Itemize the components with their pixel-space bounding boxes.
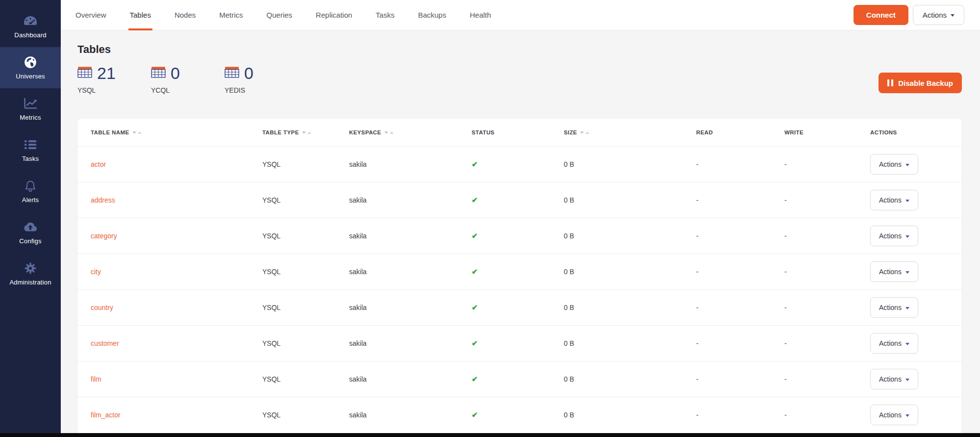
- row-actions-button[interactable]: Actions: [870, 190, 918, 210]
- table-icon: [225, 66, 239, 80]
- write-cell: -: [784, 411, 870, 419]
- keyspace-cell: sakila: [349, 160, 472, 168]
- status-ok-icon: ✔: [472, 339, 478, 347]
- tab-metrics[interactable]: Metrics: [219, 0, 243, 30]
- sidebar-item-configs[interactable]: Configs: [0, 212, 61, 253]
- table-body: actor YSQL sakila ✔ 0 B - - Actions addr…: [77, 146, 962, 433]
- row-actions-button[interactable]: Actions: [870, 261, 918, 282]
- table-type-cell: YSQL: [262, 196, 349, 204]
- read-cell: -: [696, 411, 784, 419]
- table-name-link[interactable]: category: [91, 232, 117, 240]
- table-row: actor YSQL sakila ✔ 0 B - - Actions: [77, 146, 962, 182]
- disable-backup-button[interactable]: Disable Backup: [879, 73, 962, 93]
- read-cell: -: [696, 196, 784, 204]
- column-header-table-type[interactable]: TABLE TYPE: [262, 129, 349, 135]
- row-actions-button[interactable]: Actions: [870, 405, 918, 425]
- table-row: film YSQL sakila ✔ 0 B - - Actions: [77, 361, 962, 397]
- universe-topbar: Overview Tables Nodes Metrics Queries Re…: [61, 0, 980, 30]
- sidebar-item-tasks[interactable]: Tasks: [0, 129, 61, 171]
- tab-tasks[interactable]: Tasks: [376, 0, 394, 30]
- tab-health[interactable]: Health: [470, 0, 491, 30]
- keyspace-cell: sakila: [349, 411, 472, 419]
- chevron-down-icon: [905, 414, 909, 417]
- sidebar-item-universes[interactable]: Universes: [0, 47, 61, 88]
- keyspace-cell: sakila: [349, 196, 472, 204]
- tab-queries[interactable]: Queries: [267, 0, 293, 30]
- sidebar: Dashboard Universes Metri: [0, 0, 61, 437]
- chevron-down-icon: [905, 343, 909, 345]
- read-cell: -: [696, 160, 784, 168]
- stat-value: 0: [244, 65, 253, 81]
- stat-ysql: 21 YSQL: [77, 64, 151, 94]
- tab-tables[interactable]: Tables: [130, 0, 151, 30]
- sidebar-item-dashboard[interactable]: Dashboard: [0, 6, 61, 47]
- table-name-link[interactable]: actor: [91, 160, 106, 168]
- chevron-down-icon: [905, 271, 909, 274]
- tab-backups[interactable]: Backups: [418, 0, 447, 30]
- stat-ycql: 0 YCQL: [151, 64, 225, 94]
- table-name-link[interactable]: film: [91, 375, 101, 383]
- tables-page: Tables 21 YSQL: [61, 30, 980, 437]
- table-row: city YSQL sakila ✔ 0 B - - Actions: [77, 254, 962, 289]
- sort-icons: [384, 131, 394, 134]
- sidebar-item-administration[interactable]: Administration: [0, 253, 61, 294]
- read-cell: -: [696, 268, 784, 276]
- column-header-table-name[interactable]: TABLE NAME: [77, 129, 262, 135]
- pause-icon: [887, 79, 893, 86]
- table-name-link[interactable]: customer: [91, 339, 119, 347]
- status-ok-icon: ✔: [472, 196, 478, 204]
- table-name-link[interactable]: city: [91, 268, 101, 276]
- write-cell: -: [784, 339, 870, 347]
- table-row: film_actor YSQL sakila ✔ 0 B - - Actions: [77, 397, 962, 433]
- screen-bottom-edge: [0, 433, 980, 437]
- row-actions-button[interactable]: Actions: [870, 369, 918, 389]
- table-type-cell: YSQL: [262, 304, 349, 311]
- sidebar-item-metrics[interactable]: Metrics: [0, 88, 61, 129]
- sidebar-item-label: Configs: [19, 237, 41, 245]
- tab-replication[interactable]: Replication: [316, 0, 352, 30]
- stat-value: 0: [171, 65, 180, 81]
- row-actions-button[interactable]: Actions: [870, 297, 918, 318]
- size-cell: 0 B: [564, 339, 696, 347]
- chevron-down-icon: [951, 14, 955, 17]
- column-header-size[interactable]: SIZE: [564, 129, 696, 135]
- tab-overview[interactable]: Overview: [75, 0, 106, 30]
- tab-nodes[interactable]: Nodes: [175, 0, 196, 30]
- write-cell: -: [784, 160, 870, 168]
- write-cell: -: [784, 304, 870, 311]
- row-actions-button[interactable]: Actions: [870, 333, 918, 354]
- table-type-cell: YSQL: [262, 160, 349, 168]
- tables-card: TABLE NAME TABLE TYPE KEYSPACE STATUS: [77, 119, 962, 437]
- actions-dropdown-button[interactable]: Actions: [913, 5, 964, 25]
- sidebar-item-label: Dashboard: [14, 31, 46, 39]
- connect-button[interactable]: Connect: [854, 5, 908, 25]
- table-row: customer YSQL sakila ✔ 0 B - - Actions: [77, 325, 962, 361]
- column-header-keyspace[interactable]: KEYSPACE: [349, 129, 472, 135]
- read-cell: -: [696, 375, 784, 383]
- stat-value: 21: [97, 65, 116, 81]
- column-header-actions: ACTIONS: [870, 129, 962, 135]
- status-ok-icon: ✔: [472, 411, 478, 419]
- table-name-link[interactable]: address: [91, 196, 115, 204]
- globe-icon: [24, 55, 37, 69]
- table-type-cell: YSQL: [262, 268, 349, 276]
- table-name-link[interactable]: country: [91, 304, 113, 311]
- column-header-write: WRITE: [784, 129, 870, 135]
- table-type-cell: YSQL: [262, 339, 349, 347]
- row-actions-button[interactable]: Actions: [870, 226, 918, 246]
- status-ok-icon: ✔: [472, 160, 478, 168]
- topbar-actions: Connect Actions: [854, 5, 964, 25]
- chevron-down-icon: [905, 235, 909, 238]
- table-row: address YSQL sakila ✔ 0 B - - Actions: [77, 182, 962, 218]
- sidebar-item-alerts[interactable]: Alerts: [0, 171, 61, 212]
- sidebar-item-label: Alerts: [22, 196, 39, 204]
- stat-label: YCQL: [151, 86, 225, 94]
- table-name-link[interactable]: film_actor: [91, 411, 121, 419]
- page-title: Tables: [77, 43, 962, 56]
- gear-icon: [24, 261, 37, 275]
- column-header-read: READ: [696, 129, 784, 135]
- table-row: category YSQL sakila ✔ 0 B - - Actions: [77, 218, 962, 254]
- stat-label: YSQL: [77, 86, 151, 94]
- row-actions-button[interactable]: Actions: [870, 154, 918, 175]
- app-window: Dashboard Universes Metri: [0, 0, 980, 437]
